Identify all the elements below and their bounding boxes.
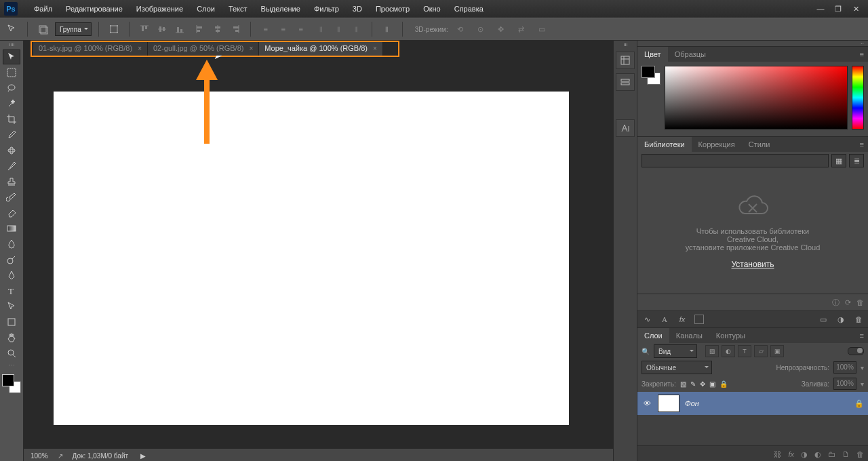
panel-menu-icon[interactable]: ≡ <box>856 328 868 343</box>
menu-layers[interactable]: Слои <box>190 2 222 16</box>
lib-trash-icon[interactable]: 🗑 <box>856 298 864 306</box>
layer-name[interactable]: Фон <box>685 399 699 407</box>
roll-3d-icon[interactable]: ⊙ <box>473 22 489 37</box>
share-icon[interactable]: ↗ <box>58 452 63 460</box>
filter-shape-icon[interactable]: ▱ <box>754 345 768 357</box>
filter-type-icon[interactable]: T <box>738 345 751 357</box>
panel-menu-icon[interactable]: ≡ <box>856 47 868 62</box>
canvas[interactable] <box>54 92 569 425</box>
align-top-icon[interactable] <box>136 22 153 37</box>
lib-sync-icon[interactable]: ⟳ <box>845 298 851 307</box>
trash-icon[interactable]: 🗑 <box>853 315 864 323</box>
transform-controls-icon[interactable] <box>106 22 122 37</box>
dist-bottom-icon[interactable]: ≡ <box>293 22 309 37</box>
brush-tool[interactable] <box>3 159 20 174</box>
layer-fx-icon[interactable]: fx <box>788 450 794 458</box>
lock-all-icon[interactable]: 🔒 <box>719 380 728 388</box>
tab-channels[interactable]: Каналы <box>669 328 709 343</box>
blend-mode-dropdown[interactable]: Обычные <box>642 361 712 374</box>
library-dropdown[interactable] <box>642 154 829 167</box>
align-vcenter-icon[interactable] <box>154 22 170 37</box>
filter-smart-icon[interactable]: ▣ <box>770 345 784 357</box>
lock-icon[interactable]: 🔒 <box>854 399 864 408</box>
status-caret-icon[interactable]: ▶ <box>140 452 146 460</box>
filter-pixel-icon[interactable]: ▧ <box>705 345 719 357</box>
filter-adjust-icon[interactable]: ◐ <box>722 345 735 357</box>
lock-brush-icon[interactable]: ✎ <box>690 380 696 388</box>
lock-transparency-icon[interactable]: ▧ <box>680 380 686 388</box>
dist-top-icon[interactable]: ≡ <box>258 22 274 37</box>
align-right-icon[interactable] <box>227 22 243 37</box>
fx-icon[interactable]: fx <box>677 315 688 323</box>
tab-layers[interactable]: Слои <box>637 328 669 343</box>
tab-color[interactable]: Цвет <box>637 47 668 62</box>
tab-swatches[interactable]: Образцы <box>668 47 713 62</box>
menu-help[interactable]: Справка <box>448 2 490 16</box>
align-panel-icon[interactable]: ▭ <box>818 315 829 324</box>
autoselect-icon[interactable] <box>35 22 51 37</box>
color-field[interactable] <box>665 66 848 129</box>
slide-3d-icon[interactable]: ⇄ <box>513 22 530 37</box>
move-tool[interactable] <box>3 49 20 64</box>
paragraph-style-icon[interactable]: A <box>659 315 670 323</box>
install-link[interactable]: Установить <box>732 260 774 269</box>
visibility-icon[interactable]: 👁 <box>642 399 652 407</box>
dock-handle[interactable] <box>616 43 634 47</box>
menu-text[interactable]: Текст <box>222 2 254 16</box>
tab-libraries[interactable]: Библиотеки <box>637 137 692 152</box>
document-tab[interactable]: 01-sky.jpg @ 100% (RGB/8)× <box>33 41 148 56</box>
eyedropper-tool[interactable] <box>3 127 20 142</box>
marquee-tool[interactable] <box>3 65 20 80</box>
pen-tool[interactable] <box>3 268 20 283</box>
menu-filter[interactable]: Фильтр <box>307 2 346 16</box>
lock-position-icon[interactable]: ✥ <box>700 380 705 388</box>
layer-row[interactable]: 👁 Фон 🔒 <box>637 392 868 415</box>
menu-edit[interactable]: Редактирование <box>59 2 130 16</box>
foreground-color[interactable] <box>2 374 14 386</box>
dist-hcenter-icon[interactable]: ⦀ <box>331 22 347 37</box>
crop-tool[interactable] <box>3 112 20 127</box>
orbit-3d-icon[interactable]: ⟲ <box>452 22 469 37</box>
fill-caret-icon[interactable]: ▾ <box>861 380 864 388</box>
close-button[interactable]: ✕ <box>848 3 864 14</box>
lib-info-icon[interactable]: ⓘ <box>832 298 840 308</box>
type-tool[interactable]: T <box>3 283 20 298</box>
document-tab[interactable]: Море_чайка @ 100% (RGB/8)× <box>259 41 383 56</box>
tab-adjustments[interactable]: Коррекция <box>692 137 742 152</box>
add-style-icon[interactable]: ∿ <box>642 315 652 324</box>
color-panel-swatches[interactable] <box>642 66 660 85</box>
character-panel-icon[interactable] <box>616 119 635 137</box>
hue-slider[interactable] <box>852 66 864 129</box>
shape-tool[interactable] <box>3 315 20 329</box>
close-tab-icon[interactable]: × <box>138 45 142 52</box>
gradient-tool[interactable] <box>3 221 20 236</box>
pan-3d-icon[interactable]: ✥ <box>493 22 509 37</box>
magic-wand-tool[interactable] <box>3 96 20 111</box>
maximize-button[interactable]: ❐ <box>830 3 846 14</box>
minimize-button[interactable]: — <box>812 3 829 14</box>
panel-menu-icon[interactable]: ≡ <box>856 137 868 152</box>
close-tab-icon[interactable]: × <box>373 45 377 52</box>
canvas-viewport[interactable]: ➤ <box>24 56 613 448</box>
healing-tool[interactable] <box>3 143 20 158</box>
history-brush-tool[interactable] <box>3 190 20 205</box>
color-swatches[interactable] <box>2 374 21 393</box>
panels-handle[interactable]: ∙∙ <box>637 41 868 46</box>
tool-preset-icon[interactable] <box>4 22 20 37</box>
zoom-tool[interactable] <box>3 346 20 361</box>
menu-image[interactable]: Изображение <box>130 2 190 16</box>
tab-styles[interactable]: Стили <box>742 137 777 152</box>
search-icon[interactable]: 🔍 <box>642 348 650 355</box>
adjustment-layer-icon[interactable]: ◐ <box>814 450 821 459</box>
zoom-value[interactable]: 100% <box>31 452 48 460</box>
zoom-3d-icon[interactable]: ▭ <box>534 22 550 37</box>
tab-paths[interactable]: Контуры <box>709 328 752 343</box>
stamp-tool[interactable] <box>3 174 20 189</box>
hand-tool[interactable] <box>3 330 20 345</box>
align-left-icon[interactable] <box>192 22 208 37</box>
lib-list-view-icon[interactable]: ≣ <box>849 154 864 167</box>
eraser-tool[interactable] <box>3 205 20 220</box>
menu-select[interactable]: Выделение <box>254 2 307 16</box>
dist-vcenter-icon[interactable]: ≡ <box>275 22 292 37</box>
menu-3d[interactable]: 3D <box>346 2 369 16</box>
